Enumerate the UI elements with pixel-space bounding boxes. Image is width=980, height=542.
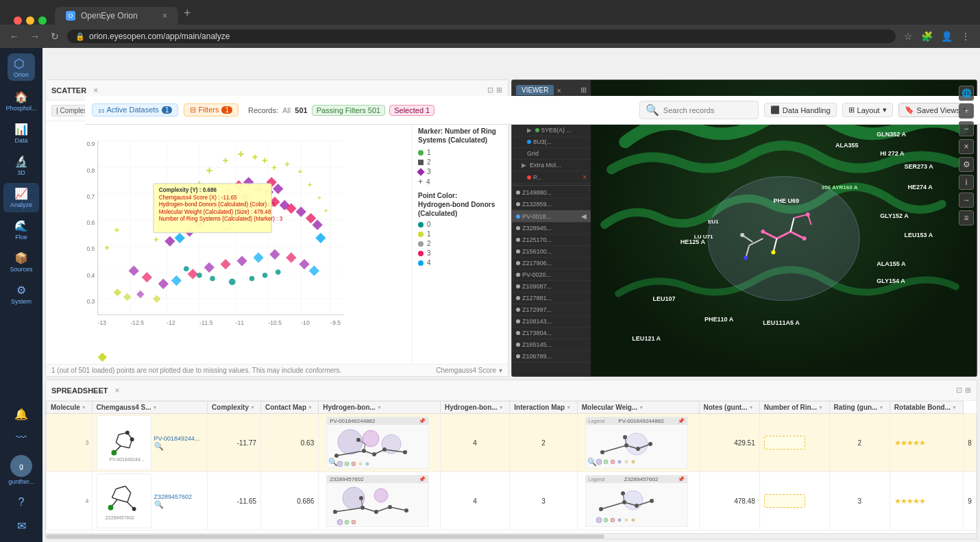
menu-btn[interactable]: ⋮ [958,29,973,43]
viewer-info-btn[interactable]: i [959,175,974,190]
close-window-btn[interactable] [14,16,22,25]
active-datasets-badge[interactable]: ⚏ Active Datasets 1 [92,103,178,116]
viewer-tree-item-z172997[interactable]: Z172997... [512,304,591,316]
viewer-tree-item-z125170[interactable]: Z125170... [512,234,591,246]
minimize-window-btn[interactable] [26,16,34,25]
col-sort-chemgauss[interactable]: Chemgauss4 S... [97,404,204,411]
viewer-expand-btn[interactable]: ⊞ [580,86,587,95]
viewer-scroll-btn[interactable]: ≡ [959,210,974,225]
cell-rating-row3[interactable]: ★★★★★ [890,414,963,472]
cell-molecule-id[interactable]: PV-001849244... PV-001849244... 🔍 [92,414,208,472]
col-header-rotatable[interactable]: Rotatable Bond... [890,402,963,414]
viewer-tree-item-grid[interactable]: Grid [512,148,591,160]
viewer-arrow-btn[interactable]: → [959,193,974,208]
cell-interaction-map-4[interactable]: Legend Z3289457602 📌 [577,472,699,530]
col-sort-hbond-acc[interactable]: Hydrogen-bon... [445,404,505,411]
col-sort-molecule[interactable]: Molecule [51,404,88,411]
cell-notes-row3[interactable] [759,414,829,472]
sidebar-item-data[interactable]: 📊 Data [3,119,39,148]
viewer-tree-item-z106789[interactable]: Z106789... [512,351,591,362]
scatter-close-btn[interactable]: × [93,86,98,95]
extensions-btn[interactable]: 🧩 [918,29,935,43]
search-mol-btn[interactable]: 🔍 [154,442,164,450]
viewer-tree-item-z156100[interactable]: Z156100... [512,246,591,258]
col-header-hbond-don[interactable]: Hydrogen-bon... [319,402,441,414]
col-header-interaction[interactable]: Interaction Map [510,402,577,414]
cell-rating-row4[interactable]: ★★★★★ [890,472,963,530]
sidebar-logo[interactable]: ⬡ Orion [8,53,35,81]
viewer-tree-item-z149880[interactable]: Z149880... [512,187,591,199]
viewer-tree-item-extramol[interactable]: ▶ Extra Mol... [512,160,591,171]
bookmark-btn[interactable]: ☆ [901,29,916,43]
viewer-tree-item-z108143[interactable]: Z108143... [512,316,591,328]
col-sort-hbond-don[interactable]: Hydrogen-bon... [323,404,436,411]
filters-badge[interactable]: ⊟ Filters 1 [184,103,238,116]
selected-badge[interactable]: Selected 1 [389,105,434,116]
sidebar-item-user[interactable]: g gunther... [3,451,39,489]
viewer-settings-view-btn[interactable]: ⚙ [959,157,974,172]
sidebar-item-messages[interactable]: ✉ [3,515,39,537]
col-sort-notes[interactable]: Notes (gunt... [704,404,755,411]
molecule-link-4[interactable]: Z3289457602 [154,493,193,500]
viewer-tree-item-z109087[interactable]: Z109087... [512,281,591,293]
forward-btn[interactable]: → [27,29,42,43]
scrollbar-thumb[interactable] [46,534,604,539]
sidebar-item-analyze[interactable]: 📈 Analyze [3,183,39,212]
spreadsheet-close-btn[interactable]: × [115,386,120,395]
sidebar-item-help[interactable]: ? [3,492,39,513]
viewer-tree-item-z127881[interactable]: Z127881... [512,293,591,304]
sidebar-item-activity[interactable]: 〰 [3,428,39,448]
col-sort-complexity[interactable]: Complexity [212,404,256,411]
sidebar-item-phosphol[interactable]: 🏠 Phosphol... [3,86,39,116]
viewer-tree-item-z173804[interactable]: Z173804... [512,328,591,339]
star-rating-4[interactable]: ★★★★★ [894,497,925,505]
viewer-tree-item-pv0018-row[interactable]: PV-0018... ◀ [512,210,591,223]
item-remove-btn[interactable]: × [583,173,587,181]
viewer-minus-btn[interactable]: − [959,121,974,136]
viewer-tree-item-p[interactable]: P... × [512,171,591,184]
col-sort-molweight[interactable]: Molecular Weig... [582,404,695,411]
sidebar-item-system[interactable]: ⚙ System [3,280,39,309]
viewer-globe-btn[interactable]: 🌐 [959,86,974,101]
data-handling-btn[interactable]: ⬛ Data Handling [764,103,837,117]
cell-contact-map[interactable]: PV-001849244882 📌 [319,414,441,472]
records-all-btn[interactable]: All [282,106,291,114]
scatter-minimize-btn[interactable]: ⊡ [487,86,493,95]
star-rating[interactable]: ★★★★★ [894,439,925,447]
col-header-molecule[interactable]: Molecule [47,402,93,414]
col-header-chemgauss[interactable]: Chemgauss4 S... [92,402,208,414]
col-sort-interaction[interactable]: Interaction Map [514,404,572,411]
profile-btn[interactable]: 👤 [938,29,955,43]
cell-interaction-map[interactable]: Legend PV-001849244882 📌 [577,414,699,472]
viewer-tree-item-z328945[interactable]: Z328945... [512,223,591,234]
scatter-maximize-btn[interactable]: ⊞ [496,86,502,95]
interaction-map-image-4[interactable]: Legend Z3289457602 📌 [585,475,688,527]
spreadsheet-minimize-btn[interactable]: ⊡ [956,386,962,395]
viewer-tree-item-z165145[interactable]: Z165145... [512,339,591,351]
sidebar-item-floe[interactable]: 🌊 Floe [3,215,39,245]
viewer-tree-item-pv0020[interactable]: PV-0020... [512,269,591,281]
molecule-link[interactable]: PV-001849244... [154,435,200,442]
col-header-notes[interactable]: Notes (gunt... [699,402,759,414]
layout-btn[interactable]: ⊞ Layout ▾ [842,103,893,117]
col-header-contactmap[interactable]: Contact Map [261,402,319,414]
interaction-map-image[interactable]: Legend PV-001849244882 📌 [585,417,688,469]
new-tab-btn[interactable]: + [178,3,197,23]
search-box[interactable]: 🔍 [639,101,759,119]
refresh-btn[interactable]: ↻ [48,29,62,43]
viewer-tab[interactable]: VIEWER [516,85,554,95]
maximize-window-btn[interactable] [38,16,47,25]
contact-map-zoom-btn[interactable]: 🔍 [328,458,338,467]
viewer-plus-btn[interactable]: + [959,103,974,119]
search-mol-btn-4[interactable]: 🔍 [154,500,164,508]
cell-notes-row4[interactable] [759,472,829,530]
viewer-close-view-btn[interactable]: × [959,139,974,154]
contact-map-image-4[interactable]: Z3289457602 📌 [326,475,429,527]
sidebar-item-notifications[interactable]: 🔔 [3,404,39,425]
viewer-tree-item-z217906[interactable]: Z217906... [512,258,591,269]
cell-molecule-id-4[interactable]: Z3289457602 Z3289457602 🔍 [92,472,208,530]
col-header-rating[interactable]: Rating (gun... [829,402,890,414]
viewer-tree-item-z132859[interactable]: Z132859... [512,199,591,210]
col-header-complexity[interactable]: Complexity [208,402,261,414]
x-axis-selector[interactable]: Chemgauss4 Score ▾ [436,367,502,374]
